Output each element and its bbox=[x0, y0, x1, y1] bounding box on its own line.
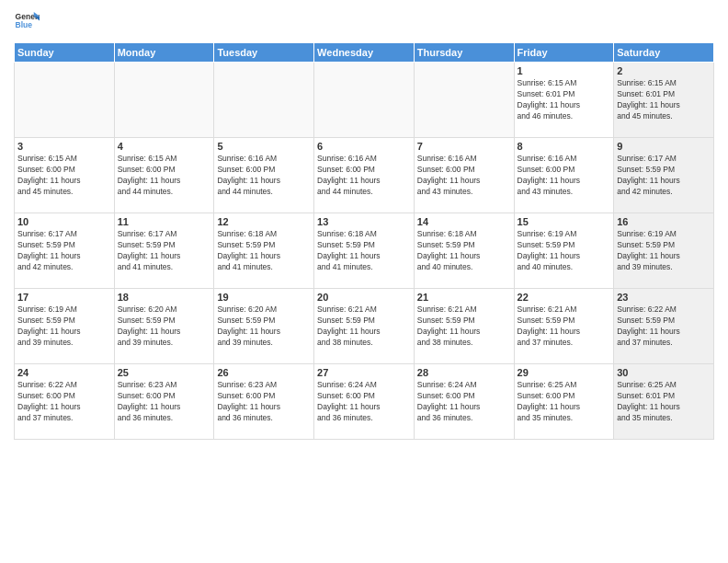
calendar-cell: 30Sunrise: 6:25 AM Sunset: 6:01 PM Dayli… bbox=[614, 364, 714, 440]
calendar-cell: 19Sunrise: 6:20 AM Sunset: 5:59 PM Dayli… bbox=[214, 289, 314, 364]
day-info: Sunrise: 6:15 AM Sunset: 6:01 PM Dayligh… bbox=[617, 78, 711, 122]
day-info: Sunrise: 6:15 AM Sunset: 6:00 PM Dayligh… bbox=[17, 154, 111, 198]
day-number: 25 bbox=[118, 367, 211, 378]
day-number: 28 bbox=[417, 367, 511, 378]
calendar-cell: 12Sunrise: 6:18 AM Sunset: 5:59 PM Dayli… bbox=[214, 213, 314, 289]
calendar-cell: 1Sunrise: 6:15 AM Sunset: 6:01 PM Daylig… bbox=[514, 63, 614, 138]
day-info: Sunrise: 6:15 AM Sunset: 6:00 PM Dayligh… bbox=[118, 154, 211, 198]
day-info: Sunrise: 6:17 AM Sunset: 5:59 PM Dayligh… bbox=[118, 229, 211, 273]
day-number: 5 bbox=[217, 141, 311, 152]
calendar-cell: 11Sunrise: 6:17 AM Sunset: 5:59 PM Dayli… bbox=[114, 213, 214, 289]
calendar-cell: 8Sunrise: 6:16 AM Sunset: 6:00 PM Daylig… bbox=[514, 138, 614, 213]
day-info: Sunrise: 6:15 AM Sunset: 6:01 PM Dayligh… bbox=[518, 78, 611, 122]
day-number: 10 bbox=[17, 216, 111, 227]
day-info: Sunrise: 6:18 AM Sunset: 5:59 PM Dayligh… bbox=[217, 229, 311, 273]
calendar-cell: 2Sunrise: 6:15 AM Sunset: 6:01 PM Daylig… bbox=[614, 63, 714, 138]
calendar-cell: 27Sunrise: 6:24 AM Sunset: 6:00 PM Dayli… bbox=[314, 364, 415, 440]
day-number: 21 bbox=[417, 292, 511, 303]
day-number: 8 bbox=[518, 141, 611, 152]
day-info: Sunrise: 6:21 AM Sunset: 5:59 PM Dayligh… bbox=[317, 304, 411, 349]
day-header-sunday: Sunday bbox=[15, 43, 115, 63]
day-info: Sunrise: 6:23 AM Sunset: 6:00 PM Dayligh… bbox=[217, 380, 311, 424]
calendar-table: SundayMondayTuesdayWednesdayThursdayFrid… bbox=[14, 42, 714, 440]
calendar-cell: 4Sunrise: 6:15 AM Sunset: 6:00 PM Daylig… bbox=[114, 138, 214, 213]
day-info: Sunrise: 6:18 AM Sunset: 5:59 PM Dayligh… bbox=[417, 229, 511, 273]
day-number: 15 bbox=[518, 216, 611, 227]
day-info: Sunrise: 6:24 AM Sunset: 6:00 PM Dayligh… bbox=[317, 380, 411, 424]
day-number: 26 bbox=[217, 367, 311, 378]
day-info: Sunrise: 6:17 AM Sunset: 5:59 PM Dayligh… bbox=[617, 154, 711, 198]
day-number: 17 bbox=[17, 292, 111, 303]
calendar-cell: 18Sunrise: 6:20 AM Sunset: 5:59 PM Dayli… bbox=[114, 289, 214, 364]
day-info: Sunrise: 6:19 AM Sunset: 5:59 PM Dayligh… bbox=[617, 229, 711, 273]
day-number: 27 bbox=[317, 367, 411, 378]
calendar-cell bbox=[15, 63, 115, 138]
calendar-week-row: 1Sunrise: 6:15 AM Sunset: 6:01 PM Daylig… bbox=[15, 63, 714, 138]
calendar-cell: 15Sunrise: 6:19 AM Sunset: 5:59 PM Dayli… bbox=[514, 213, 614, 289]
day-header-tuesday: Tuesday bbox=[214, 43, 314, 63]
calendar-cell: 14Sunrise: 6:18 AM Sunset: 5:59 PM Dayli… bbox=[414, 213, 514, 289]
day-info: Sunrise: 6:25 AM Sunset: 6:01 PM Dayligh… bbox=[617, 380, 711, 424]
calendar-cell bbox=[214, 63, 314, 138]
day-number: 4 bbox=[118, 141, 211, 152]
calendar-week-row: 24Sunrise: 6:22 AM Sunset: 6:00 PM Dayli… bbox=[15, 364, 714, 440]
day-number: 2 bbox=[617, 65, 711, 76]
calendar-week-row: 3Sunrise: 6:15 AM Sunset: 6:00 PM Daylig… bbox=[15, 138, 714, 213]
page: General Blue SundayMondayTuesdayWednesda… bbox=[0, 0, 728, 563]
day-info: Sunrise: 6:16 AM Sunset: 6:00 PM Dayligh… bbox=[217, 154, 311, 198]
calendar-cell bbox=[414, 63, 514, 138]
day-number: 3 bbox=[17, 141, 111, 152]
day-info: Sunrise: 6:16 AM Sunset: 6:00 PM Dayligh… bbox=[417, 154, 511, 198]
calendar-cell: 5Sunrise: 6:16 AM Sunset: 6:00 PM Daylig… bbox=[214, 138, 314, 213]
calendar-cell: 29Sunrise: 6:25 AM Sunset: 6:00 PM Dayli… bbox=[514, 364, 614, 440]
calendar-header-row: SundayMondayTuesdayWednesdayThursdayFrid… bbox=[15, 43, 714, 63]
day-number: 7 bbox=[417, 141, 511, 152]
calendar-cell: 10Sunrise: 6:17 AM Sunset: 5:59 PM Dayli… bbox=[15, 213, 115, 289]
day-info: Sunrise: 6:21 AM Sunset: 5:59 PM Dayligh… bbox=[417, 304, 511, 349]
logo: General Blue bbox=[14, 9, 40, 35]
day-number: 18 bbox=[118, 292, 211, 303]
calendar-cell: 28Sunrise: 6:24 AM Sunset: 6:00 PM Dayli… bbox=[414, 364, 514, 440]
calendar-cell bbox=[114, 63, 214, 138]
day-number: 6 bbox=[317, 141, 411, 152]
day-info: Sunrise: 6:18 AM Sunset: 5:59 PM Dayligh… bbox=[317, 229, 411, 273]
calendar-cell: 20Sunrise: 6:21 AM Sunset: 5:59 PM Dayli… bbox=[314, 289, 415, 364]
calendar-cell: 21Sunrise: 6:21 AM Sunset: 5:59 PM Dayli… bbox=[414, 289, 514, 364]
day-number: 14 bbox=[417, 216, 511, 227]
calendar-cell: 7Sunrise: 6:16 AM Sunset: 6:00 PM Daylig… bbox=[414, 138, 514, 213]
day-number: 19 bbox=[217, 292, 311, 303]
calendar-cell: 16Sunrise: 6:19 AM Sunset: 5:59 PM Dayli… bbox=[614, 213, 714, 289]
day-number: 30 bbox=[617, 367, 711, 378]
day-number: 29 bbox=[518, 367, 611, 378]
day-info: Sunrise: 6:21 AM Sunset: 5:59 PM Dayligh… bbox=[518, 304, 611, 349]
day-info: Sunrise: 6:22 AM Sunset: 6:00 PM Dayligh… bbox=[17, 380, 111, 424]
day-number: 24 bbox=[17, 367, 111, 378]
day-info: Sunrise: 6:23 AM Sunset: 6:00 PM Dayligh… bbox=[118, 380, 211, 424]
calendar-cell: 6Sunrise: 6:16 AM Sunset: 6:00 PM Daylig… bbox=[314, 138, 415, 213]
calendar-cell: 9Sunrise: 6:17 AM Sunset: 5:59 PM Daylig… bbox=[614, 138, 714, 213]
calendar-week-row: 17Sunrise: 6:19 AM Sunset: 5:59 PM Dayli… bbox=[15, 289, 714, 364]
header: General Blue bbox=[14, 9, 714, 35]
svg-text:Blue: Blue bbox=[16, 20, 33, 29]
calendar-cell: 17Sunrise: 6:19 AM Sunset: 5:59 PM Dayli… bbox=[15, 289, 115, 364]
day-number: 11 bbox=[118, 216, 211, 227]
day-number: 22 bbox=[518, 292, 611, 303]
day-number: 16 bbox=[617, 216, 711, 227]
day-info: Sunrise: 6:24 AM Sunset: 6:00 PM Dayligh… bbox=[417, 380, 511, 424]
day-info: Sunrise: 6:20 AM Sunset: 5:59 PM Dayligh… bbox=[118, 304, 211, 349]
day-info: Sunrise: 6:17 AM Sunset: 5:59 PM Dayligh… bbox=[17, 229, 111, 273]
calendar-cell: 26Sunrise: 6:23 AM Sunset: 6:00 PM Dayli… bbox=[214, 364, 314, 440]
calendar-cell: 24Sunrise: 6:22 AM Sunset: 6:00 PM Dayli… bbox=[15, 364, 115, 440]
calendar-cell: 23Sunrise: 6:22 AM Sunset: 5:59 PM Dayli… bbox=[614, 289, 714, 364]
day-number: 12 bbox=[217, 216, 311, 227]
day-info: Sunrise: 6:20 AM Sunset: 5:59 PM Dayligh… bbox=[217, 304, 311, 349]
calendar-week-row: 10Sunrise: 6:17 AM Sunset: 5:59 PM Dayli… bbox=[15, 213, 714, 289]
day-number: 23 bbox=[617, 292, 711, 303]
day-header-friday: Friday bbox=[514, 43, 614, 63]
day-number: 9 bbox=[617, 141, 711, 152]
day-number: 1 bbox=[518, 65, 611, 76]
day-number: 20 bbox=[317, 292, 411, 303]
day-info: Sunrise: 6:19 AM Sunset: 5:59 PM Dayligh… bbox=[17, 304, 111, 349]
day-header-thursday: Thursday bbox=[414, 43, 514, 63]
logo-icon: General Blue bbox=[14, 9, 40, 35]
